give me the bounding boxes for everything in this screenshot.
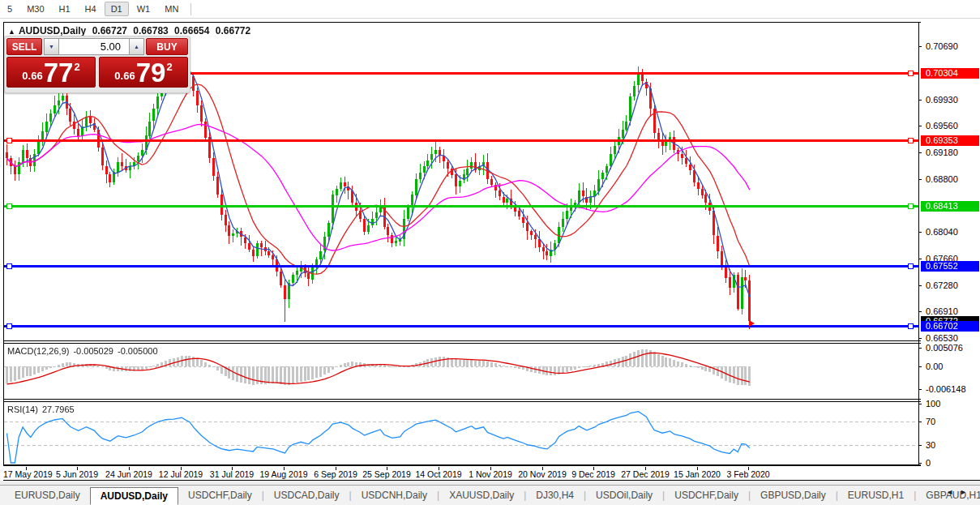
timeframe-button-w1[interactable]: W1	[131, 2, 157, 16]
toolbar-separator	[190, 3, 191, 15]
date-axis-label: 31 Jul 2019	[210, 469, 254, 479]
axis-tick	[918, 100, 922, 101]
horizontal-level-line-0.67552[interactable]	[4, 265, 918, 267]
rsi-name: RSI(14)	[7, 404, 38, 414]
rsi-axis-label: 70	[926, 417, 935, 426]
axis-tick	[918, 404, 922, 404]
timeframe-button-5[interactable]: 5	[1, 2, 19, 16]
volume-spinner: ▼ 5.00 ▲	[44, 38, 144, 55]
sell-button[interactable]: SELL	[6, 38, 42, 55]
price-level-label: 0.68413	[921, 201, 979, 212]
chart-tab-bar: EURUSD,DailyAUDUSD,DailyUSDCHF,Daily|USD…	[0, 485, 980, 505]
date-axis-label: 15 Jan 2020	[674, 469, 721, 479]
date-axis-label: 27 Dec 2019	[621, 469, 670, 479]
date-axis-label: 20 Nov 2019	[518, 469, 567, 479]
line-handle-icon[interactable]	[908, 203, 914, 209]
price-axis-tick-label: 0.68800	[926, 174, 958, 184]
date-axis-label: 5 Jun 2019	[56, 469, 98, 479]
sell-price-prefix: 0.66	[22, 70, 42, 82]
price-level-label: 0.67552	[921, 261, 979, 272]
price-axis-tick-label: 0.66910	[926, 306, 958, 316]
tab-scroll-left-icon[interactable]: ◄	[946, 488, 960, 496]
quote-symbol: AUDUSD,Daily	[19, 25, 86, 36]
chart-tab-eurusd-h1[interactable]: EURUSD,H1	[838, 487, 914, 503]
sell-price-point: 2	[74, 61, 79, 73]
macd-rsi-separator[interactable]	[3, 399, 980, 400]
timeframe-button-mn[interactable]: MN	[158, 2, 185, 16]
chart-tab-usdchf-daily[interactable]: USDCHF,Daily	[665, 487, 748, 503]
date-axis-label: 24 Jun 2019	[105, 469, 152, 479]
date-axis-label: 3 Feb 2020	[726, 469, 769, 479]
line-handle-icon[interactable]	[908, 138, 914, 143]
axis-tick	[918, 285, 922, 286]
tab-scroll-right-icon[interactable]: ►	[960, 488, 974, 496]
line-handle-icon[interactable]	[6, 203, 12, 209]
one-click-trading-panel: SELL ▼ 5.00 ▲ BUY 0.66 77 2 0.66 79 2	[4, 36, 190, 93]
chart-tab-usdchf-daily[interactable]: USDCHF,Daily	[178, 487, 262, 503]
macd-value-main: -0.005029	[73, 346, 113, 356]
chart-tab-gbpusd-daily[interactable]: GBPUSD,Daily	[751, 487, 836, 503]
axis-tick	[918, 179, 922, 180]
macd-value-signal: -0.005000	[118, 346, 158, 356]
line-handle-icon[interactable]	[6, 263, 12, 269]
chart-tab-xauusd-daily[interactable]: XAUUSD,Daily	[439, 487, 524, 503]
line-handle-icon[interactable]	[908, 323, 914, 329]
timeframe-button-h4[interactable]: H4	[79, 2, 103, 16]
buy-price-button[interactable]: 0.66 79 2	[99, 57, 188, 88]
sell-price-button[interactable]: 0.66 77 2	[6, 57, 96, 88]
horizontal-level-line-0.69353[interactable]	[4, 139, 918, 142]
quote-low: 0.66654	[174, 25, 209, 36]
axis-tick	[918, 46, 922, 47]
rsi-axis-label: 30	[926, 440, 935, 450]
volume-input[interactable]: 5.00	[59, 38, 129, 55]
line-handle-icon[interactable]	[908, 263, 914, 269]
macd-name: MACD(12,26,9)	[7, 346, 69, 356]
axis-tick	[918, 126, 922, 126]
chart-tab-usdcad-daily[interactable]: USDCAD,Daily	[264, 487, 349, 503]
macd-axis-label: -0.006148	[926, 384, 966, 394]
line-handle-icon[interactable]	[6, 323, 12, 329]
rsi-value: 27.7965	[42, 404, 75, 414]
date-axis-label: 14 Oct 2019	[415, 469, 461, 479]
chart-tab-eurusd-daily[interactable]: EURUSD,Daily	[5, 487, 90, 503]
volume-up-icon[interactable]: ▲	[129, 38, 144, 55]
price-axis-tick-label: 0.67280	[926, 280, 958, 290]
quote-high: 0.66783	[133, 25, 168, 36]
rsi-axis-label: 100	[926, 399, 940, 409]
axis-tick	[918, 232, 922, 233]
main-macd-separator[interactable]	[3, 340, 980, 341]
macd-axis-label: 0.005076	[926, 343, 963, 353]
axis-tick	[918, 311, 922, 312]
timeframe-button-d1[interactable]: D1	[105, 2, 129, 16]
axis-tick	[918, 259, 922, 259]
axis-tick	[918, 152, 922, 153]
horizontal-level-line-0.66702[interactable]	[4, 325, 918, 327]
chart-tab-dj30-h4[interactable]: DJ30,H4	[526, 487, 584, 503]
horizontal-level-line-0.68413[interactable]	[4, 205, 918, 208]
axis-tick	[918, 422, 922, 422]
buy-price-point: 2	[166, 61, 172, 73]
axis-tick	[918, 366, 922, 367]
axis-tick	[918, 338, 922, 339]
date-axis-label: 12 Jul 2019	[159, 469, 203, 479]
axis-tick	[918, 348, 922, 349]
price-axis-tick-label: 0.70690	[926, 41, 958, 51]
rsi-canvas[interactable]	[4, 402, 918, 464]
timeframe-button-h1[interactable]: H1	[53, 2, 77, 16]
date-axis-label: 9 Dec 2019	[571, 469, 615, 479]
quote-last: 0.66772	[216, 25, 250, 36]
date-axis-label: 17 May 2019	[3, 469, 53, 479]
price-axis-tick-label: 0.69560	[926, 121, 958, 131]
timeframe-button-m30[interactable]: M30	[20, 2, 50, 16]
volume-down-icon[interactable]: ▼	[44, 38, 59, 55]
price-level-label: 0.69353	[921, 135, 979, 146]
line-handle-icon[interactable]	[6, 138, 12, 143]
chart-tab-usdoil-daily[interactable]: USDOil,Daily	[586, 487, 662, 503]
chart-tab-audusd-daily[interactable]: AUDUSD,Daily	[90, 487, 178, 505]
date-axis-label: 1 Nov 2019	[469, 469, 512, 479]
line-handle-icon[interactable]	[908, 71, 914, 76]
chart-tab-usdcnh-daily[interactable]: USDCNH,Daily	[352, 487, 437, 503]
axis-tick	[918, 389, 922, 390]
buy-price-prefix: 0.66	[114, 70, 135, 82]
buy-button[interactable]: BUY	[146, 38, 188, 55]
